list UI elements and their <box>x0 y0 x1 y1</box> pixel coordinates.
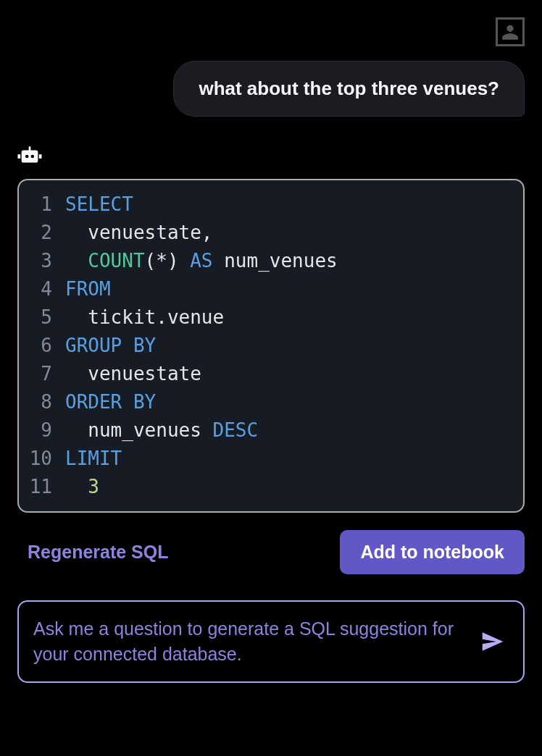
code-content: num_venues DESC <box>65 416 258 445</box>
svg-rect-4 <box>17 154 20 159</box>
user-avatar <box>496 17 525 46</box>
code-content: ORDER BY <box>65 388 156 416</box>
code-content: venuestate <box>65 360 201 388</box>
line-number: 11 <box>19 473 65 501</box>
line-number: 10 <box>19 445 65 473</box>
code-line: 7 venuestate <box>19 360 516 388</box>
code-line: 9 num_venues DESC <box>19 416 516 445</box>
code-content: SELECT <box>65 190 133 219</box>
code-line: 5 tickit.venue <box>19 303 516 332</box>
line-number: 7 <box>19 360 65 388</box>
svg-point-2 <box>31 155 35 159</box>
line-number: 9 <box>19 416 65 445</box>
svg-rect-0 <box>22 151 38 163</box>
line-number: 5 <box>19 303 65 332</box>
chat-input[interactable]: Ask me a question to generate a SQL sugg… <box>33 616 467 667</box>
code-content: FROM <box>65 275 111 303</box>
code-line: 1SELECT <box>19 190 516 219</box>
code-content: venuestate, <box>65 219 213 247</box>
add-to-notebook-button[interactable]: Add to notebook <box>340 530 525 574</box>
chat-input-area[interactable]: Ask me a question to generate a SQL sugg… <box>17 600 525 683</box>
person-icon <box>501 22 520 41</box>
line-number: 3 <box>19 247 65 275</box>
code-line: 2 venuestate, <box>19 219 516 247</box>
line-number: 4 <box>19 275 65 303</box>
bot-icon <box>17 146 42 167</box>
code-line: 10LIMIT <box>19 445 516 473</box>
code-line: 8ORDER BY <box>19 388 516 416</box>
line-number: 2 <box>19 219 65 247</box>
svg-rect-3 <box>29 146 31 151</box>
code-content: tickit.venue <box>65 303 224 332</box>
user-message: what about the top three venues? <box>173 61 525 117</box>
sql-code-block[interactable]: 1SELECT2 venuestate,3 COUNT(*) AS num_ve… <box>17 179 525 513</box>
svg-point-1 <box>25 155 29 159</box>
code-content: GROUP BY <box>65 332 156 360</box>
send-button[interactable] <box>477 626 509 658</box>
line-number: 8 <box>19 388 65 416</box>
code-line: 11 3 <box>19 473 516 501</box>
svg-rect-5 <box>39 154 42 159</box>
code-content: LIMIT <box>65 445 122 473</box>
send-icon <box>479 628 506 655</box>
code-line: 6GROUP BY <box>19 332 516 360</box>
code-content: COUNT(*) AS num_venues <box>65 247 338 275</box>
code-content: 3 <box>65 473 99 501</box>
line-number: 1 <box>19 190 65 219</box>
line-number: 6 <box>19 332 65 360</box>
code-line: 3 COUNT(*) AS num_venues <box>19 247 516 275</box>
code-line: 4FROM <box>19 275 516 303</box>
regenerate-sql-link[interactable]: Regenerate SQL <box>17 542 169 563</box>
